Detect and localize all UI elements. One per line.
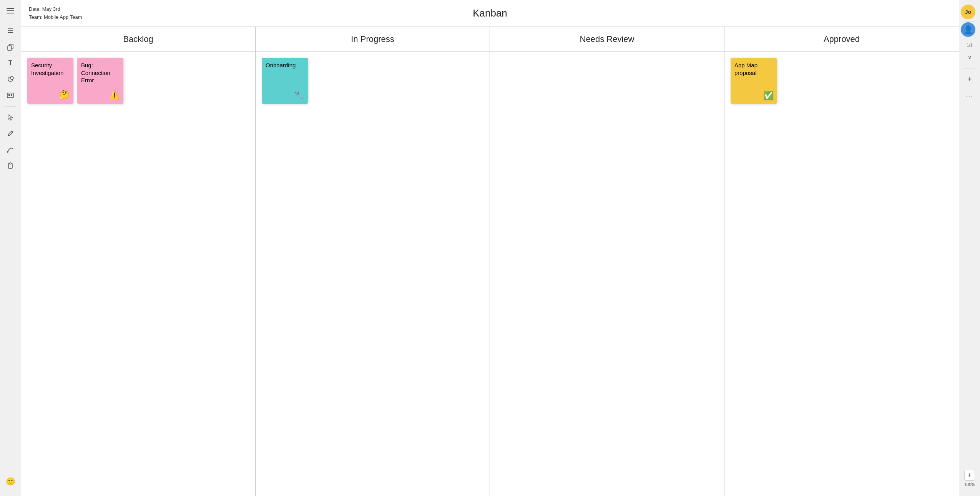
tool-emoji[interactable]: 🙂 — [3, 474, 17, 488]
chevron-down-button[interactable]: ∨ — [963, 50, 977, 64]
zoom-level: 100% — [964, 482, 975, 489]
more-options-button[interactable]: ··· — [963, 89, 977, 103]
date-label: Date: May 3rd — [29, 5, 82, 13]
tool-text[interactable]: T — [3, 56, 17, 70]
page-title: Kanban — [473, 7, 507, 19]
column-body-in-progress: Onboarding 🔧 — [256, 52, 490, 496]
card-bug-connection-error[interactable]: Bug: Connection Error ⚠️ — [77, 58, 123, 104]
card-text-app-map: App Map proposal — [734, 62, 773, 77]
menu-button[interactable] — [3, 4, 17, 18]
column-header-approved: Approved — [724, 27, 959, 52]
column-backlog: Backlog Security Investigation 🤔 Bug: Co… — [21, 27, 256, 496]
top-right-avatars: Jo 👤 — [961, 5, 975, 37]
svg-rect-8 — [8, 94, 10, 96]
right-sidebar: ∧ 1/1 ∨ + ··· + 100% — [959, 0, 980, 496]
card-text-security: Security Investigation — [31, 62, 70, 77]
right-divider2 — [964, 68, 975, 68]
svg-rect-1 — [8, 30, 13, 31]
svg-rect-2 — [8, 32, 13, 33]
card-text-onboarding: Onboarding — [266, 62, 304, 69]
avatar-user[interactable]: 👤 — [961, 22, 975, 37]
card-icon-onboarding: 🔧 — [294, 90, 304, 100]
svg-rect-9 — [11, 94, 12, 96]
tool-curve[interactable] — [3, 143, 17, 156]
column-body-approved: App Map proposal ✅ — [724, 52, 959, 496]
svg-rect-13 — [10, 163, 11, 164]
tool-select[interactable] — [3, 110, 17, 124]
column-in-progress: In Progress Onboarding 🔧 — [256, 27, 490, 496]
column-approved: Approved App Map proposal ✅ — [724, 27, 959, 496]
tool-pen[interactable] — [3, 126, 17, 140]
column-header-needs-review: Needs Review — [490, 27, 724, 52]
left-sidebar: T — [0, 0, 21, 496]
card-text-bug: Bug: Connection Error — [81, 62, 120, 84]
team-label: Team: Mobile App Team — [29, 13, 82, 22]
avatar-jo[interactable]: Jo — [961, 5, 975, 19]
svg-point-11 — [7, 151, 8, 153]
tool-shapes[interactable] — [3, 72, 17, 86]
svg-line-10 — [11, 131, 12, 133]
card-icon-app-map: ✅ — [763, 91, 774, 101]
column-header-in-progress: In Progress — [256, 27, 490, 52]
column-body-backlog: Security Investigation 🤔 Bug: Connection… — [21, 52, 255, 496]
svg-rect-7 — [7, 93, 13, 98]
page-counter: 1/1 — [967, 43, 972, 47]
main-content: Date: May 3rd Team: Mobile App Team Kanb… — [21, 0, 959, 496]
header-meta: Date: May 3rd Team: Mobile App Team — [29, 5, 82, 22]
tool-list[interactable] — [3, 24, 17, 38]
card-security-investigation[interactable]: Security Investigation 🤔 — [27, 58, 73, 104]
zoom-in-button[interactable]: + — [964, 470, 975, 481]
svg-rect-0 — [8, 28, 13, 29]
sidebar-bottom: 🙂 — [3, 474, 17, 492]
tool-media[interactable] — [3, 88, 17, 102]
card-app-map-proposal[interactable]: App Map proposal ✅ — [731, 58, 777, 104]
svg-rect-4 — [8, 46, 12, 50]
column-needs-review: Needs Review — [490, 27, 724, 496]
header: Date: May 3rd Team: Mobile App Team Kanb… — [21, 0, 959, 27]
tool-copy[interactable] — [3, 40, 17, 54]
tool-clipboard[interactable] — [3, 159, 17, 173]
card-onboarding[interactable]: Onboarding 🔧 — [262, 58, 308, 104]
card-icon-security: 🤔 — [59, 90, 70, 100]
kanban-board: Backlog Security Investigation 🤔 Bug: Co… — [21, 27, 959, 496]
add-page-button[interactable]: + — [963, 72, 977, 86]
user-icon: 👤 — [963, 25, 973, 34]
column-body-needs-review — [490, 52, 724, 496]
divider1 — [5, 106, 16, 107]
column-header-backlog: Backlog — [21, 27, 255, 52]
svg-point-6 — [10, 77, 13, 80]
card-icon-bug: ⚠️ — [109, 90, 120, 100]
